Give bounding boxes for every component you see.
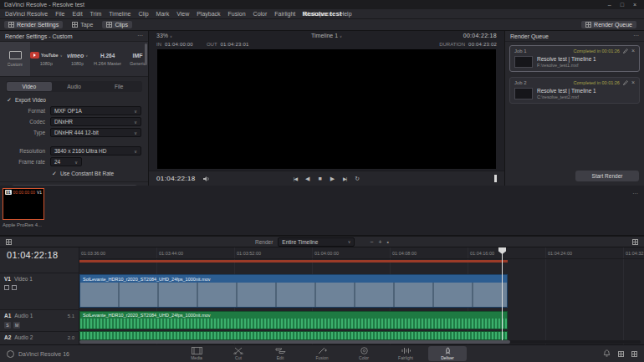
- minimize-icon[interactable]: –: [608, 2, 611, 8]
- maximize-icon[interactable]: □: [621, 2, 624, 8]
- timeline-lanes[interactable]: 01:03:36:00 01:03:44:00 01:03:52:00 01:0…: [79, 247, 644, 344]
- go-to-end-button[interactable]: ▶|: [343, 176, 346, 181]
- timeline-scrollbar[interactable]: [79, 340, 641, 344]
- clip-track: V1: [37, 190, 42, 195]
- render-settings-icon: [8, 22, 14, 28]
- menu-clip[interactable]: Clip: [139, 11, 149, 17]
- menu-trim[interactable]: Trim: [90, 11, 102, 17]
- edit-pencil-icon[interactable]: [623, 80, 628, 85]
- tab-audio[interactable]: Audio: [52, 82, 97, 91]
- page-cut[interactable]: Cut: [219, 346, 258, 361]
- notifications-bell-icon[interactable]: [603, 349, 611, 358]
- job-card-2[interactable]: Job 2 Completed in 00:01:26 × Resolve te…: [509, 77, 640, 104]
- app-window: DaVinci Resolve - Resolve test – □ × DaV…: [0, 0, 644, 362]
- tab-video[interactable]: Video: [7, 82, 52, 91]
- out-value: 01:04:23:01: [221, 42, 249, 47]
- menu-timeline[interactable]: Timeline: [109, 11, 130, 17]
- mute-button[interactable]: M: [13, 322, 20, 329]
- type-select[interactable]: DNxHR 444 12-bit ∨: [50, 128, 141, 137]
- video-preview[interactable]: [157, 49, 496, 169]
- clips-button[interactable]: Clips: [102, 21, 132, 28]
- menu-mark[interactable]: Mark: [156, 11, 170, 17]
- speaker-icon[interactable]: [202, 176, 211, 182]
- page-fairlight[interactable]: Fairlight: [386, 346, 425, 361]
- timeline-options-icon[interactable]: [6, 239, 12, 245]
- zoom-select[interactable]: 33% ∨: [156, 33, 172, 38]
- framerate-select[interactable]: 24 ∨: [50, 157, 82, 166]
- start-render-button[interactable]: Start Render: [575, 171, 639, 181]
- preset-custom[interactable]: Custom: [0, 42, 30, 76]
- audio-clip-a2[interactable]: [79, 331, 508, 340]
- export-video-checkbox[interactable]: ✓ Export Video: [0, 94, 148, 105]
- panel-options-icon[interactable]: ⋯: [633, 33, 639, 39]
- edit-pencil-icon[interactable]: [623, 48, 628, 54]
- render-queue-toggle-button[interactable]: Render Queue: [581, 21, 636, 28]
- go-to-start-button[interactable]: |◀: [294, 176, 297, 181]
- render-range-bar[interactable]: [79, 260, 508, 263]
- tab-file[interactable]: File: [96, 82, 141, 91]
- codec-select[interactable]: DNxHR ∨: [50, 117, 141, 126]
- menu-color[interactable]: Color: [253, 11, 268, 17]
- panel-options-icon[interactable]: ⋯: [137, 33, 143, 39]
- timeline-select[interactable]: Timeline 1 ∨: [149, 33, 504, 38]
- page-color[interactable]: Color: [345, 346, 383, 361]
- page-deliver[interactable]: Deliver: [428, 346, 467, 361]
- menu-playback[interactable]: Playback: [197, 11, 220, 17]
- in-label: IN: [156, 42, 161, 47]
- delete-job-icon[interactable]: ×: [631, 80, 635, 85]
- marker-dot-icon[interactable]: •: [387, 239, 389, 245]
- preset-h264[interactable]: H.264 H.264 Master: [93, 42, 123, 76]
- stop-button[interactable]: ■: [318, 176, 321, 181]
- close-icon[interactable]: ×: [633, 2, 636, 8]
- preset-vimeo[interactable]: vimeo ∨ 1080p: [63, 42, 93, 76]
- viewer-header: 33% ∨ Timeline 1 ∨ 00:04:22:18: [149, 31, 504, 40]
- tape-button[interactable]: Tape: [68, 21, 97, 28]
- project-manager-icon[interactable]: [618, 351, 624, 357]
- strip-options-icon[interactable]: ⋯: [632, 191, 638, 197]
- chevron-down-icon: ∨: [72, 160, 78, 165]
- timeline-ruler[interactable]: 01:03:36:00 01:03:44:00 01:03:52:00 01:0…: [79, 247, 644, 259]
- track-enable-icon[interactable]: [4, 285, 9, 290]
- resolution-select[interactable]: 3840 x 2160 Ultra HD ∨: [50, 146, 141, 156]
- constant-bitrate-checkbox[interactable]: ✓ Use Constant Bit Rate: [0, 168, 148, 178]
- menu-workspace[interactable]: Workspace: [303, 11, 332, 17]
- render-settings-toggle-button[interactable]: Render Settings: [4, 21, 63, 28]
- job-card-1[interactable]: Job 1 Completed in 00:01:26 × Resolve te…: [509, 45, 640, 72]
- timeline-view-icon[interactable]: [632, 239, 638, 245]
- delete-job-icon[interactable]: ×: [631, 48, 635, 54]
- track-lock-icon[interactable]: [12, 285, 17, 290]
- menu-fusion[interactable]: Fusion: [228, 11, 246, 17]
- ruler-label: 01:04:32:00: [626, 251, 644, 256]
- menu-view[interactable]: View: [176, 11, 189, 17]
- check-icon: ✓: [7, 97, 12, 103]
- video-clip[interactable]: SolLevante_HDR10_r2020_ST2084_UHD_24fps_…: [79, 274, 508, 308]
- preset-youtube[interactable]: YouTube ∨ 1080p: [30, 42, 63, 76]
- titlebar: DaVinci Resolve - Resolve test – □ ×: [0, 0, 644, 9]
- menu-davinci-resolve[interactable]: DaVinci Resolve: [5, 11, 48, 17]
- constant-bitrate-label: Use Constant Bit Rate: [60, 171, 114, 176]
- timeline-scrollbar-thumb[interactable]: [79, 340, 510, 344]
- solo-button[interactable]: S: [4, 322, 11, 329]
- track-header-a1[interactable]: A1 Audio 1 5.1 S M: [0, 309, 79, 329]
- mark-in-icon[interactable]: −: [370, 239, 373, 245]
- presets-scrollbar[interactable]: [145, 43, 147, 65]
- menu-edit[interactable]: Edit: [73, 11, 83, 17]
- track-header-v1[interactable]: V1 Video 1: [0, 273, 79, 308]
- loop-button[interactable]: ↻: [355, 176, 360, 182]
- render-range-select[interactable]: Entire Timeline ∨: [278, 237, 355, 247]
- play-reverse-button[interactable]: ◀: [305, 176, 309, 182]
- page-media[interactable]: Media: [177, 346, 216, 361]
- project-settings-icon[interactable]: [631, 351, 637, 357]
- play-button[interactable]: ▶: [330, 176, 335, 182]
- playhead[interactable]: [502, 247, 503, 340]
- clip-thumbnail[interactable]: 01 00:00:00:00 V1: [3, 188, 44, 220]
- audio-clip-a1[interactable]: SolLevante_HDR10_r2020_ST2084_UHD_24fps_…: [79, 311, 508, 329]
- menu-fairlight[interactable]: Fairlight: [274, 11, 295, 17]
- format-select[interactable]: MXF OP1A ∨: [50, 106, 141, 115]
- mark-out-icon[interactable]: +: [378, 239, 381, 245]
- track-header-a2[interactable]: A2 Audio 2 2.0: [0, 331, 79, 341]
- menu-help[interactable]: Help: [340, 11, 351, 17]
- page-fusion[interactable]: Fusion: [303, 346, 341, 361]
- page-edit[interactable]: Edit: [261, 346, 299, 361]
- menu-file[interactable]: File: [55, 11, 64, 17]
